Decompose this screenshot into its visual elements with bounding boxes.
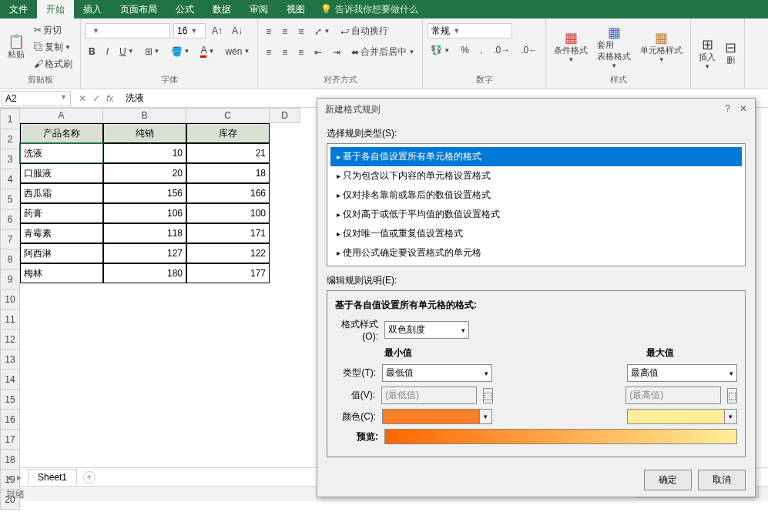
dialog-close-icon[interactable]: ✕ bbox=[739, 103, 747, 116]
tell-me-search[interactable]: 💡告诉我你想要做什么 bbox=[314, 0, 424, 18]
paste-button[interactable]: 📋粘贴 bbox=[5, 33, 28, 62]
decrease-indent-button[interactable]: ⇤ bbox=[311, 44, 325, 60]
row-header-18[interactable]: 18 bbox=[0, 450, 20, 470]
max-value-input[interactable]: (最高值) bbox=[625, 386, 721, 404]
merge-center-button[interactable]: ⬌合并后居中▼ bbox=[348, 44, 418, 60]
bold-button[interactable]: B bbox=[86, 43, 99, 59]
tab-review[interactable]: 审阅 bbox=[240, 0, 277, 18]
conditional-format-button[interactable]: ▦条件格式▼ bbox=[551, 29, 591, 65]
max-color-select[interactable]: ▾ bbox=[627, 409, 737, 424]
enter-formula-icon[interactable]: ✓ bbox=[92, 93, 100, 104]
align-left-button[interactable]: ≡ bbox=[263, 44, 274, 60]
align-center-button[interactable]: ≡ bbox=[279, 44, 290, 60]
cancel-button[interactable]: 取消 bbox=[698, 470, 746, 490]
cell-B5[interactable]: 106 bbox=[103, 203, 186, 223]
delete-cells-button[interactable]: ⊟删 bbox=[722, 39, 739, 68]
cut-button[interactable]: ✂剪切 bbox=[31, 22, 75, 38]
tab-nav-first-icon[interactable]: ◂ bbox=[6, 472, 11, 483]
insert-cells-button[interactable]: ⊞插入▼ bbox=[696, 36, 719, 72]
decrease-font-button[interactable]: A↓ bbox=[229, 23, 246, 38]
cell-B8[interactable]: 180 bbox=[103, 263, 186, 283]
dialog-help-icon[interactable]: ? bbox=[725, 103, 730, 116]
min-value-picker-button[interactable]: ⬚ bbox=[483, 388, 493, 403]
align-right-button[interactable]: ≡ bbox=[295, 44, 307, 60]
copy-button[interactable]: ⿻复制▼ bbox=[31, 39, 75, 55]
font-color-button[interactable]: A▼ bbox=[197, 43, 217, 59]
cell-A3[interactable]: 口服液 bbox=[20, 163, 103, 183]
row-header-1[interactable]: 1 bbox=[0, 109, 20, 129]
cell-C6[interactable]: 171 bbox=[186, 223, 270, 243]
row-header-14[interactable]: 14 bbox=[0, 370, 20, 390]
cell-C2[interactable]: 21 bbox=[186, 143, 270, 163]
wrap-text-button[interactable]: ⮐自动换行 bbox=[337, 23, 391, 39]
phonetic-button[interactable]: wén▼ bbox=[222, 43, 253, 59]
cell-A6[interactable]: 青霉素 bbox=[20, 223, 103, 243]
tab-data[interactable]: 数据 bbox=[203, 0, 240, 18]
increase-decimal-button[interactable]: .0→ bbox=[490, 43, 513, 57]
underline-button[interactable]: U▼ bbox=[116, 43, 137, 59]
cell-A4[interactable]: 西瓜霜 bbox=[20, 183, 103, 203]
row-header-17[interactable]: 17 bbox=[0, 430, 20, 450]
cell-B3[interactable]: 20 bbox=[103, 163, 186, 183]
row-header-6[interactable]: 6 bbox=[0, 209, 20, 229]
cell-A2[interactable]: 洗液 bbox=[20, 143, 103, 163]
align-bottom-button[interactable]: ≡ bbox=[295, 23, 307, 39]
cell-B6[interactable]: 118 bbox=[103, 223, 186, 243]
border-button[interactable]: ⊞▼ bbox=[142, 43, 163, 59]
font-name-combo[interactable]: ▼ bbox=[86, 23, 170, 38]
tab-layout[interactable]: 页面布局 bbox=[111, 0, 166, 18]
row-header-15[interactable]: 15 bbox=[0, 390, 20, 410]
fill-color-button[interactable]: 🪣▼ bbox=[168, 43, 193, 59]
rule-type-item-5[interactable]: 使用公式确定要设置格式的单元格 bbox=[330, 243, 742, 263]
row-header-9[interactable]: 9 bbox=[0, 269, 20, 289]
align-middle-button[interactable]: ≡ bbox=[279, 23, 290, 39]
min-value-input[interactable]: (最低值) bbox=[381, 386, 477, 404]
tab-nav-next-icon[interactable]: ▸ bbox=[17, 472, 22, 483]
rule-type-item-4[interactable]: 仅对唯一值或重复值设置格式 bbox=[330, 224, 742, 243]
cell-C1[interactable]: 库存 bbox=[186, 123, 270, 143]
cell-B2[interactable]: 10 bbox=[103, 143, 186, 163]
tab-insert[interactable]: 插入 bbox=[74, 0, 111, 18]
name-box[interactable]: A2▼ bbox=[2, 91, 71, 106]
cell-B4[interactable]: 156 bbox=[103, 183, 186, 203]
number-format-combo[interactable]: 常规▼ bbox=[428, 23, 512, 38]
row-header-10[interactable]: 10 bbox=[0, 289, 20, 309]
tab-view[interactable]: 视图 bbox=[277, 0, 314, 18]
row-header-13[interactable]: 13 bbox=[0, 350, 20, 370]
percent-button[interactable]: % bbox=[458, 43, 472, 57]
row-header-2[interactable]: 2 bbox=[0, 129, 20, 149]
sheet-tab-1[interactable]: Sheet1 bbox=[28, 469, 77, 485]
rule-type-item-0[interactable]: 基于各自值设置所有单元格的格式 bbox=[330, 147, 742, 166]
cell-C3[interactable]: 18 bbox=[186, 163, 270, 183]
format-table-button[interactable]: ▦套用 表格格式▼ bbox=[594, 24, 634, 71]
ok-button[interactable]: 确定 bbox=[644, 470, 692, 490]
accounting-format-button[interactable]: 💱▼ bbox=[428, 43, 453, 57]
align-top-button[interactable]: ≡ bbox=[263, 23, 274, 39]
row-header-12[interactable]: 12 bbox=[0, 330, 20, 350]
cell-A1[interactable]: 产品名称 bbox=[20, 123, 103, 143]
cell-C8[interactable]: 177 bbox=[186, 263, 270, 283]
tab-formula[interactable]: 公式 bbox=[166, 0, 203, 18]
row-header-4[interactable]: 4 bbox=[0, 169, 20, 189]
rule-type-item-2[interactable]: 仅对排名靠前或靠后的数值设置格式 bbox=[330, 186, 742, 205]
cell-A8[interactable]: 梅林 bbox=[20, 263, 103, 283]
increase-indent-button[interactable]: ⇥ bbox=[330, 44, 344, 60]
cell-A5[interactable]: 药膏 bbox=[20, 203, 103, 223]
cell-C5[interactable]: 100 bbox=[186, 203, 270, 223]
rule-type-item-1[interactable]: 只为包含以下内容的单元格设置格式 bbox=[330, 166, 742, 186]
cancel-formula-icon[interactable]: ✕ bbox=[79, 93, 86, 104]
min-color-select[interactable]: ▾ bbox=[382, 409, 492, 424]
row-header-8[interactable]: 8 bbox=[0, 249, 20, 269]
cell-C4[interactable]: 166 bbox=[186, 183, 270, 203]
orientation-button[interactable]: ⤢▼ bbox=[311, 23, 333, 39]
col-header-B[interactable]: B bbox=[103, 108, 186, 123]
col-header-C[interactable]: C bbox=[186, 108, 270, 123]
comma-button[interactable]: , bbox=[477, 43, 485, 57]
row-header-16[interactable]: 16 bbox=[0, 410, 20, 430]
row-header-11[interactable]: 11 bbox=[0, 309, 20, 330]
cell-A7[interactable]: 阿西淋 bbox=[20, 243, 103, 263]
col-header-D[interactable]: D bbox=[270, 108, 300, 123]
font-size-combo[interactable]: 16▼ bbox=[173, 23, 206, 38]
row-header-5[interactable]: 5 bbox=[0, 189, 20, 209]
format-style-select[interactable]: 双色刻度▾ bbox=[384, 321, 469, 339]
